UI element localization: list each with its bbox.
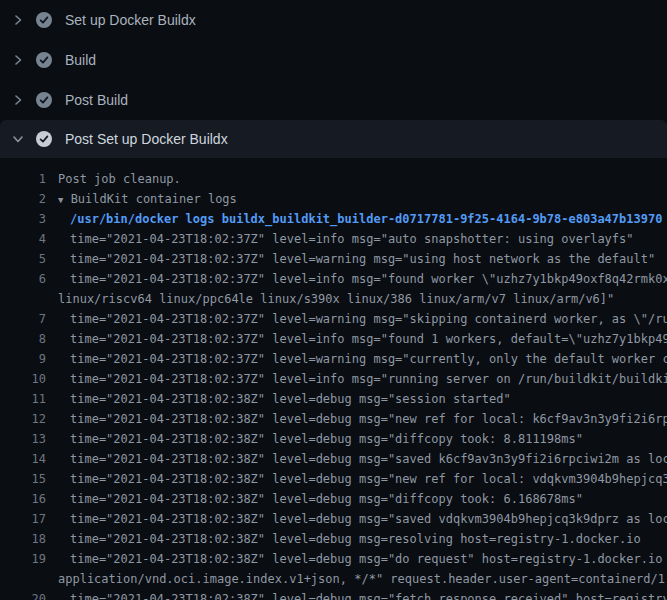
log-line: 20time="2021-04-23T18:02:38Z" level=debu…	[0, 589, 667, 600]
actions-log-viewer: Set up Docker Buildx Build Post Build Po…	[0, 0, 667, 600]
log-segment: time="2021-04-23T18:02:37Z" level=info m…	[70, 232, 634, 246]
log-line: 5time="2021-04-23T18:02:37Z" level=warni…	[0, 249, 667, 269]
log-segment: time="2021-04-23T18:02:38Z" level=debug …	[70, 592, 667, 600]
line-number[interactable]: 20	[0, 589, 46, 600]
log-text: time="2021-04-23T18:02:38Z" level=debug …	[46, 469, 667, 489]
log-segment: time="2021-04-23T18:02:38Z" level=debug …	[70, 412, 667, 426]
log-line: linux/riscv64 linux/ppc64le linux/s390x …	[0, 289, 667, 309]
check-circle-icon	[36, 131, 52, 147]
log-segment: time="2021-04-23T18:02:37Z" level=info m…	[70, 372, 667, 386]
log-segment: time="2021-04-23T18:02:38Z" level=debug …	[70, 512, 667, 526]
line-number	[0, 569, 46, 589]
log-line: 14time="2021-04-23T18:02:38Z" level=debu…	[0, 449, 667, 469]
line-number[interactable]: 6	[0, 269, 46, 289]
chevron-right-icon[interactable]	[10, 12, 26, 28]
log-line: 13time="2021-04-23T18:02:38Z" level=debu…	[0, 429, 667, 449]
line-number[interactable]: 2	[0, 189, 46, 209]
log-line: 4time="2021-04-23T18:02:37Z" level=info …	[0, 229, 667, 249]
log-text: /usr/bin/docker logs buildx_buildkit_bui…	[46, 209, 662, 229]
log-text: time="2021-04-23T18:02:38Z" level=debug …	[46, 429, 583, 449]
log-line: 19time="2021-04-23T18:02:38Z" level=debu…	[0, 549, 667, 569]
log-segment: time="2021-04-23T18:02:38Z" level=debug …	[70, 452, 667, 466]
line-number[interactable]: 9	[0, 349, 46, 369]
log-text: time="2021-04-23T18:02:37Z" level=info m…	[46, 269, 667, 289]
log-line: 10time="2021-04-23T18:02:37Z" level=info…	[0, 369, 667, 389]
log-segment: time="2021-04-23T18:02:38Z" level=debug …	[70, 532, 641, 546]
step-label: Build	[65, 52, 96, 68]
log-line: application/vnd.oci.image.index.v1+json,…	[0, 569, 667, 589]
line-number[interactable]: 15	[0, 469, 46, 489]
line-number[interactable]: 13	[0, 429, 46, 449]
log-segment: BuildKit container logs	[63, 192, 236, 206]
log-text: time="2021-04-23T18:02:38Z" level=debug …	[46, 489, 583, 509]
log-segment: time="2021-04-23T18:02:37Z" level=warnin…	[70, 252, 655, 266]
line-number[interactable]: 14	[0, 449, 46, 469]
log-line: 15time="2021-04-23T18:02:38Z" level=debu…	[0, 469, 667, 489]
log-segment: time="2021-04-23T18:02:37Z" level=info m…	[70, 272, 667, 286]
log-segment: time="2021-04-23T18:02:37Z" level=warnin…	[70, 352, 667, 366]
log-segment: time="2021-04-23T18:02:38Z" level=debug …	[70, 552, 667, 566]
step-row-build[interactable]: Build	[0, 40, 667, 80]
log-text: time="2021-04-23T18:02:37Z" level=info m…	[46, 329, 667, 349]
log-line: 16time="2021-04-23T18:02:38Z" level=debu…	[0, 489, 667, 509]
log-text: application/vnd.oci.image.index.v1+json,…	[46, 569, 667, 589]
command-text: /usr/bin/docker logs buildx_buildkit_bui…	[70, 212, 662, 226]
step-row-set-up-docker-buildx[interactable]: Set up Docker Buildx	[0, 0, 667, 40]
log-segment: application/vnd.oci.image.index.v1+json,…	[58, 572, 667, 586]
log-line: 9time="2021-04-23T18:02:37Z" level=warni…	[0, 349, 667, 369]
log-text: time="2021-04-23T18:02:38Z" level=debug …	[46, 509, 667, 529]
check-circle-icon	[36, 12, 52, 28]
log-text: Post job cleanup.	[46, 169, 181, 189]
line-number[interactable]: 4	[0, 229, 46, 249]
log-text: time="2021-04-23T18:02:38Z" level=debug …	[46, 589, 667, 600]
log-segment: time="2021-04-23T18:02:37Z" level=warnin…	[70, 312, 667, 326]
log-line: 6time="2021-04-23T18:02:37Z" level=info …	[0, 269, 667, 289]
line-number[interactable]: 12	[0, 409, 46, 429]
log-line: 1Post job cleanup.	[0, 169, 667, 189]
log-line: 7time="2021-04-23T18:02:37Z" level=warni…	[0, 309, 667, 329]
line-number	[0, 289, 46, 309]
chevron-right-icon[interactable]	[10, 92, 26, 108]
line-number[interactable]: 19	[0, 549, 46, 569]
log-segment: time="2021-04-23T18:02:38Z" level=debug …	[70, 472, 667, 486]
step-row-post-build[interactable]: Post Build	[0, 80, 667, 120]
line-number[interactable]: 7	[0, 309, 46, 329]
log-text: ▼ BuildKit container logs	[46, 189, 237, 209]
step-label: Post Build	[65, 92, 128, 108]
line-number[interactable]: 3	[0, 209, 46, 229]
log-segment: time="2021-04-23T18:02:37Z" level=info m…	[70, 332, 667, 346]
log-text: time="2021-04-23T18:02:37Z" level=info m…	[46, 229, 634, 249]
line-number[interactable]: 18	[0, 529, 46, 549]
log-text: linux/riscv64 linux/ppc64le linux/s390x …	[46, 289, 614, 309]
log-text: time="2021-04-23T18:02:37Z" level=warnin…	[46, 309, 667, 329]
line-number[interactable]: 11	[0, 389, 46, 409]
log-segment: time="2021-04-23T18:02:38Z" level=debug …	[70, 392, 511, 406]
log-segment: time="2021-04-23T18:02:38Z" level=debug …	[70, 432, 583, 446]
line-number[interactable]: 17	[0, 509, 46, 529]
log-text: time="2021-04-23T18:02:38Z" level=debug …	[46, 549, 667, 569]
log-text: time="2021-04-23T18:02:37Z" level=warnin…	[46, 349, 667, 369]
log-text: time="2021-04-23T18:02:38Z" level=debug …	[46, 449, 667, 469]
line-number[interactable]: 8	[0, 329, 46, 349]
line-number[interactable]: 1	[0, 169, 46, 189]
chevron-right-icon[interactable]	[10, 52, 26, 68]
log-text: time="2021-04-23T18:02:38Z" level=debug …	[46, 529, 641, 549]
log-segment: Post job cleanup.	[58, 172, 181, 186]
chevron-down-icon[interactable]	[10, 131, 26, 147]
log-line: 8time="2021-04-23T18:02:37Z" level=info …	[0, 329, 667, 349]
check-circle-icon	[36, 92, 52, 108]
line-number[interactable]: 10	[0, 369, 46, 389]
log-line: 17time="2021-04-23T18:02:38Z" level=debu…	[0, 509, 667, 529]
line-number[interactable]: 16	[0, 489, 46, 509]
log-text: time="2021-04-23T18:02:37Z" level=warnin…	[46, 249, 655, 269]
log-segment: time="2021-04-23T18:02:38Z" level=debug …	[70, 492, 583, 506]
step-label: Set up Docker Buildx	[65, 12, 196, 28]
line-number[interactable]: 5	[0, 249, 46, 269]
log-line: 11time="2021-04-23T18:02:38Z" level=debu…	[0, 389, 667, 409]
log-text: time="2021-04-23T18:02:38Z" level=debug …	[46, 409, 667, 429]
log-line: 12time="2021-04-23T18:02:38Z" level=debu…	[0, 409, 667, 429]
log-line: 3/usr/bin/docker logs buildx_buildkit_bu…	[0, 209, 667, 229]
log-line: 2▼ BuildKit container logs	[0, 189, 667, 209]
log-line: 18time="2021-04-23T18:02:38Z" level=debu…	[0, 529, 667, 549]
step-row-post-set-up-docker-buildx[interactable]: Post Set up Docker Buildx	[0, 120, 667, 158]
